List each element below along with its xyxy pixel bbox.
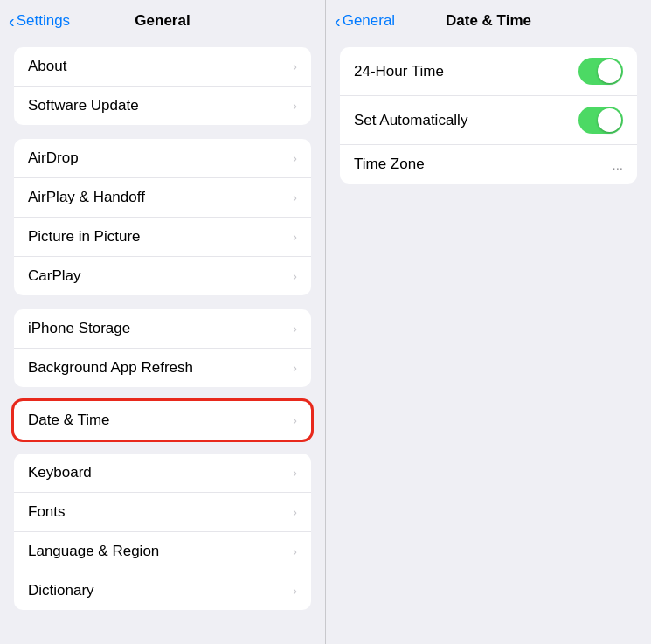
about-chevron-icon: › xyxy=(293,59,297,73)
right-panel: ‹ General Date & Time 24-Hour Time Set A… xyxy=(326,0,651,644)
carplay-label: CarPlay xyxy=(28,267,80,285)
time-zone-value-container: ... xyxy=(612,157,623,172)
group-storage: iPhone Storage › Background App Refresh … xyxy=(14,309,311,387)
iphone-storage-row-right: › xyxy=(289,322,297,336)
fonts-chevron-icon: › xyxy=(293,505,297,519)
language-chevron-icon: › xyxy=(293,544,297,558)
date-time-chevron-icon: › xyxy=(293,413,297,427)
date-time-highlighted-group: Date & Time › xyxy=(14,401,311,440)
right-panel-title: Date & Time xyxy=(446,12,531,30)
fonts-row-right: › xyxy=(289,505,297,519)
general-back-button[interactable]: ‹ General xyxy=(335,11,395,31)
carplay-row[interactable]: CarPlay › xyxy=(14,257,311,295)
software-update-chevron-icon: › xyxy=(293,99,297,113)
airplay-chevron-icon: › xyxy=(293,190,297,204)
dictionary-label: Dictionary xyxy=(28,582,94,599)
set-automatically-row: Set Automatically xyxy=(340,96,637,145)
picture-in-picture-row-right: › xyxy=(289,230,297,244)
back-chevron-right-icon: ‹ xyxy=(335,11,341,31)
date-time-settings-group: 24-Hour Time Set Automatically Time Zone… xyxy=(340,47,637,184)
keyboard-chevron-icon: › xyxy=(293,466,297,480)
background-chevron-icon: › xyxy=(293,361,297,375)
hour-time-toggle[interactable] xyxy=(578,58,623,85)
keyboard-label: Keyboard xyxy=(28,464,92,481)
language-region-label: Language & Region xyxy=(28,543,159,560)
picture-in-picture-row[interactable]: Picture in Picture › xyxy=(14,218,311,257)
iphone-storage-row[interactable]: iPhone Storage › xyxy=(14,309,311,349)
airplay-handoff-row[interactable]: AirPlay & Handoff › xyxy=(14,178,311,218)
airplay-handoff-row-right: › xyxy=(289,190,297,204)
left-header: ‹ Settings General xyxy=(0,0,325,38)
language-region-row[interactable]: Language & Region › xyxy=(14,532,311,571)
background-app-refresh-row-right: › xyxy=(289,361,297,375)
time-zone-value: ... xyxy=(612,157,623,172)
about-row-right: › xyxy=(289,59,297,73)
time-zone-label: Time Zone xyxy=(354,156,425,173)
set-automatically-toggle-container xyxy=(578,107,623,134)
picture-chevron-icon: › xyxy=(293,230,297,244)
group-input: Keyboard › Fonts › Language & Region › D… xyxy=(14,454,311,610)
background-app-refresh-label: Background App Refresh xyxy=(28,359,193,377)
back-label: Settings xyxy=(17,12,70,30)
carplay-chevron-icon: › xyxy=(293,269,297,283)
set-automatically-toggle[interactable] xyxy=(578,107,623,134)
settings-back-button[interactable]: ‹ Settings xyxy=(9,11,70,31)
set-automatically-label: Set Automatically xyxy=(354,112,467,129)
background-app-refresh-row[interactable]: Background App Refresh › xyxy=(14,349,311,387)
group-about: About › Software Update › xyxy=(14,47,311,125)
left-panel: ‹ Settings General About › Software Upda… xyxy=(0,0,325,644)
software-update-row-right: › xyxy=(289,99,297,113)
about-label: About xyxy=(28,58,66,75)
group-connectivity: AirDrop › AirPlay & Handoff › Picture in… xyxy=(14,139,311,295)
airplay-handoff-label: AirPlay & Handoff xyxy=(28,189,145,206)
hour-time-label: 24-Hour Time xyxy=(354,63,444,80)
iphone-storage-label: iPhone Storage xyxy=(28,320,130,337)
fonts-label: Fonts xyxy=(28,503,66,521)
dictionary-row-right: › xyxy=(289,584,297,598)
software-update-row[interactable]: Software Update › xyxy=(14,87,311,125)
language-region-row-right: › xyxy=(289,544,297,558)
date-time-row[interactable]: Date & Time › xyxy=(14,401,311,440)
keyboard-row[interactable]: Keyboard › xyxy=(14,454,311,493)
fonts-row[interactable]: Fonts › xyxy=(14,493,311,532)
airdrop-row-right: › xyxy=(289,151,297,165)
airdrop-chevron-icon: › xyxy=(293,151,297,165)
right-panel-content: 24-Hour Time Set Automatically Time Zone… xyxy=(326,38,651,644)
back-chevron-icon: ‹ xyxy=(9,11,15,31)
software-update-label: Software Update xyxy=(28,97,139,114)
airdrop-label: AirDrop xyxy=(28,149,79,167)
date-time-row-right: › xyxy=(289,413,297,427)
time-zone-row[interactable]: Time Zone ... xyxy=(340,145,637,184)
storage-chevron-icon: › xyxy=(293,322,297,336)
left-panel-title: General xyxy=(135,12,190,30)
left-panel-content: About › Software Update › AirDrop › xyxy=(0,38,325,644)
right-header: ‹ General Date & Time xyxy=(326,0,651,38)
carplay-row-right: › xyxy=(289,269,297,283)
about-row[interactable]: About › xyxy=(14,47,311,87)
right-back-label: General xyxy=(343,12,395,30)
keyboard-row-right: › xyxy=(289,466,297,480)
date-time-label: Date & Time xyxy=(28,412,110,429)
hour-time-toggle-container xyxy=(578,58,623,85)
dictionary-row[interactable]: Dictionary › xyxy=(14,571,311,610)
dictionary-chevron-icon: › xyxy=(293,584,297,598)
hour-time-row: 24-Hour Time xyxy=(340,47,637,96)
picture-in-picture-label: Picture in Picture xyxy=(28,228,141,246)
airdrop-row[interactable]: AirDrop › xyxy=(14,139,311,178)
